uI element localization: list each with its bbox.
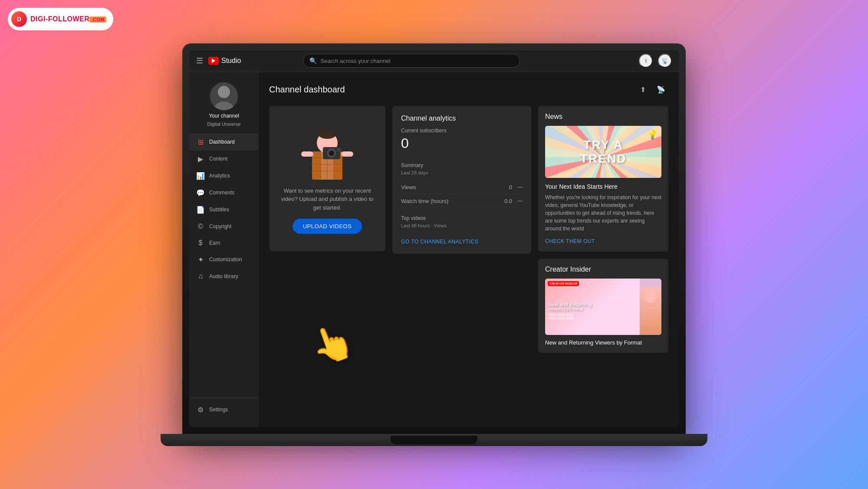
yt-logo: Studio: [208, 57, 241, 65]
views-metric: Views 0 —: [401, 181, 523, 194]
studio-app: ☰ Studio 🔍 Search across your channel ⬆ …: [189, 50, 679, 427]
summary-title: Summary: [401, 162, 523, 168]
watermark-text: DIGI-FOLLOWER.COM: [30, 15, 106, 23]
creator-img-content: CREATOR INSIDER New and Returning Viewer…: [545, 279, 640, 335]
analytics-card: Channel analytics Current subscribers 0 …: [392, 106, 531, 254]
creator-img-subtitle: Viewers by Format: [549, 307, 636, 312]
sidebar-item-comments[interactable]: 💬 Comments: [189, 184, 259, 201]
analytics-card-title: Channel analytics: [401, 115, 523, 122]
dashboard-grid: Want to see metrics on your recent video…: [269, 106, 668, 353]
laptop-notch: [391, 436, 477, 444]
customization-icon: ✦: [196, 256, 205, 264]
earn-label: Earn: [209, 240, 220, 246]
sidebar-item-settings[interactable]: ⚙ Settings: [189, 401, 259, 418]
sidebar-item-copyright[interactable]: © Copyright: [189, 218, 259, 235]
watermark-icon: D: [11, 11, 27, 27]
svg-point-1: [218, 86, 230, 98]
upload-text: Want to see metrics on your recent video…: [279, 187, 375, 212]
try-a-text: TRY A: [580, 138, 626, 152]
youtube-icon: [208, 57, 219, 65]
subtitles-label: Subtitles: [209, 207, 229, 213]
sidebar-item-earn[interactable]: $ Earn: [189, 235, 259, 251]
svg-rect-19: [301, 151, 313, 157]
views-label: Views: [401, 184, 416, 190]
creator-video-title: New and Returning Viewers by Format: [545, 339, 661, 346]
watermark-letter: D: [17, 16, 21, 23]
top-videos-title: Top videos: [401, 215, 523, 221]
watchtime-value: 0.0 —: [504, 198, 523, 204]
try-trend-text: TRY A TREND: [580, 138, 626, 166]
settings-icon: ⚙: [196, 406, 205, 414]
sidebar-item-subtitles[interactable]: 📄 Subtitles: [189, 201, 259, 218]
go-to-analytics-link[interactable]: GO TO CHANNEL ANALYTICS: [401, 239, 478, 245]
trend-text: TREND: [580, 152, 626, 166]
news-article-title: Your Next Idea Starts Here: [545, 183, 661, 190]
divider: [401, 158, 523, 159]
svg-rect-20: [341, 151, 353, 157]
topbar-right: ⬆ 📡: [639, 54, 672, 68]
earn-icon: $: [196, 239, 205, 247]
search-bar[interactable]: 🔍 Search across your channel: [303, 54, 520, 68]
hamburger-icon[interactable]: ☰: [196, 56, 203, 66]
top-videos-section: Top videos Last 48 hours · Views: [401, 215, 523, 228]
subtitles-icon: 📄: [196, 206, 205, 214]
copyright-icon: ©: [196, 223, 205, 230]
watchtime-metric: Watch time (hours) 0.0 —: [401, 194, 523, 208]
summary-subtitle: Last 28 days: [401, 170, 523, 175]
dashboard-icon: ⊞: [196, 138, 205, 146]
comments-icon: 💬: [196, 189, 205, 197]
sidebar-item-audio-library[interactable]: ♫ Audio library: [189, 268, 259, 285]
main-layout: Your channel Digital Universe ⊞ Dashboar…: [189, 72, 679, 427]
subscribers-label: Current subscribers: [401, 128, 523, 134]
laptop-shell: ☰ Studio 🔍 Search across your channel ⬆ …: [182, 43, 686, 434]
news-card: News TRY A TREND 💡: [538, 106, 668, 252]
creator-data-table: [549, 313, 636, 319]
share-button[interactable]: ⬆: [635, 82, 650, 97]
svg-rect-4: [312, 151, 321, 180]
avatar: [210, 82, 238, 110]
copyright-label: Copyright: [209, 223, 231, 230]
watchtime-number: 0.0: [504, 198, 512, 204]
subscribers-value: 0: [401, 135, 523, 151]
check-them-out-link[interactable]: CHECK THEM OUT: [545, 238, 595, 244]
watermark-com: .COM: [89, 16, 106, 23]
search-icon: 🔍: [309, 57, 317, 64]
audio-library-label: Audio library: [209, 273, 238, 279]
page-title: Channel dashboard: [269, 85, 345, 95]
top-videos-sub: Last 48 hours · Views: [401, 223, 523, 228]
news-title: News: [545, 113, 661, 121]
feedback-button[interactable]: 📡: [654, 82, 668, 97]
dashboard-label: Dashboard: [209, 139, 235, 145]
channel-info: Your channel Digital Universe: [189, 77, 259, 134]
sidebar-item-dashboard[interactable]: ⊞ Dashboard: [189, 134, 259, 151]
views-dash: —: [517, 184, 523, 190]
customization-label: Customization: [209, 256, 242, 263]
search-placeholder: Search across your channel: [320, 58, 390, 64]
creator-insider-image: CREATOR INSIDER New and Returning Viewer…: [545, 279, 661, 335]
content-icon: ▶: [196, 155, 205, 163]
upload-button[interactable]: ⬆: [639, 54, 653, 68]
right-column: News TRY A TREND 💡: [538, 106, 668, 353]
creator-insider-card: Creator Insider CREATOR INSIDER New and …: [538, 259, 668, 353]
upload-illustration: [299, 123, 355, 180]
upload-videos-button[interactable]: UPLOAD VIDEOS: [293, 219, 362, 234]
content-label: Content: [209, 156, 227, 162]
channel-name: Your channel: [209, 113, 239, 119]
watchtime-label: Watch time (hours): [401, 198, 448, 204]
sidebar: Your channel Digital Universe ⊞ Dashboar…: [189, 72, 259, 427]
live-button[interactable]: 📡: [658, 54, 672, 68]
laptop-screen: ☰ Studio 🔍 Search across your channel ⬆ …: [189, 50, 679, 427]
sidebar-item-analytics[interactable]: 📊 Analytics: [189, 167, 259, 184]
analytics-label: Analytics: [209, 173, 230, 179]
page-actions: ⬆ 📡: [635, 82, 668, 97]
try-trend-background: TRY A TREND 💡: [545, 126, 661, 178]
creator-insider-badge: CREATOR INSIDER: [548, 281, 579, 286]
channel-handle: Digital Universe: [207, 121, 240, 127]
sidebar-item-customization[interactable]: ✦ Customization: [189, 251, 259, 268]
comments-label: Comments: [209, 190, 234, 196]
sidebar-item-content[interactable]: ▶ Content: [189, 151, 259, 167]
content-area: Channel dashboard ⬆ 📡: [259, 72, 679, 427]
creator-person-area: [640, 279, 661, 335]
watermark-brand: DIGI-FOLLOWER: [30, 15, 89, 23]
bulb-icon: 💡: [647, 129, 658, 140]
